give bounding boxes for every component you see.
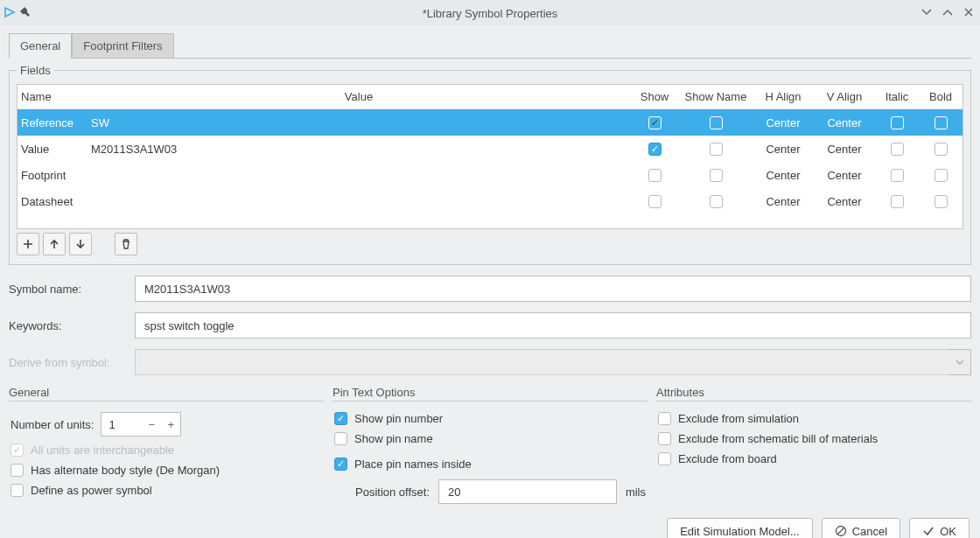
cell-name[interactable]: Datasheet: [18, 188, 88, 214]
cancel-button[interactable]: Cancel: [822, 518, 900, 538]
checkbox[interactable]: [710, 195, 723, 208]
tab-general[interactable]: General: [9, 33, 72, 59]
cell-show[interactable]: [630, 188, 679, 214]
col-name[interactable]: Name: [18, 85, 88, 109]
cell-italic[interactable]: [875, 162, 919, 188]
symbol-name-input[interactable]: [135, 276, 971, 302]
close-icon[interactable]: [962, 6, 975, 21]
checkbox[interactable]: ✓: [648, 116, 662, 129]
add-field-button[interactable]: [17, 233, 39, 255]
table-row[interactable]: Datasheet Center Center: [18, 188, 962, 214]
cell-halign[interactable]: Center: [752, 162, 814, 188]
cell-bold[interactable]: [919, 162, 962, 188]
title-bar: *Library Symbol Properties: [0, 0, 980, 26]
checkbox[interactable]: [648, 195, 662, 208]
cell-show[interactable]: ✓: [630, 109, 679, 136]
col-valign[interactable]: V Align: [814, 85, 875, 109]
checkbox[interactable]: ✓: [334, 458, 347, 471]
checkbox[interactable]: [710, 169, 723, 182]
cell-showname[interactable]: [679, 162, 752, 188]
checkbox[interactable]: [891, 143, 904, 156]
col-value[interactable]: Value: [88, 85, 630, 109]
checkbox[interactable]: [934, 143, 948, 156]
cell-halign[interactable]: Center: [752, 136, 814, 162]
cell-show[interactable]: [630, 162, 679, 188]
checkbox[interactable]: ✓: [334, 412, 347, 425]
checkbox[interactable]: [648, 169, 662, 182]
checkbox[interactable]: [658, 412, 671, 425]
table-row[interactable]: Value M2011S3A1W03 ✓ Center Center: [18, 136, 962, 162]
checkbox[interactable]: [658, 432, 671, 445]
col-halign[interactable]: H Align: [752, 85, 814, 109]
cell-value[interactable]: [88, 162, 630, 188]
checkbox[interactable]: [710, 116, 723, 129]
table-row[interactable]: Footprint Center Center: [18, 162, 962, 188]
checkbox[interactable]: [934, 169, 948, 182]
cell-value[interactable]: M2011S3A1W03: [88, 136, 630, 162]
ok-button[interactable]: OK: [909, 518, 970, 538]
plus-icon[interactable]: +: [161, 418, 180, 431]
cell-show[interactable]: ✓: [630, 136, 679, 162]
general-title: General: [9, 386, 324, 401]
move-down-button[interactable]: [69, 233, 92, 255]
exclude-bom-label: Exclude from schematic bill of materials: [678, 432, 878, 445]
checkbox[interactable]: [891, 195, 904, 208]
checkbox[interactable]: [334, 432, 347, 445]
units-value[interactable]: 1: [102, 418, 142, 431]
pintext-title: Pin Text Options: [332, 386, 648, 401]
cell-valign[interactable]: Center: [814, 188, 875, 214]
col-bold[interactable]: Bold: [919, 85, 962, 109]
checkbox[interactable]: [658, 452, 671, 465]
offset-input[interactable]: [438, 479, 617, 504]
checkbox[interactable]: [10, 484, 24, 497]
fields-legend: Fields: [17, 64, 54, 77]
tabs: General Footprint Filters: [9, 33, 971, 59]
cell-bold[interactable]: [919, 188, 962, 214]
checkbox[interactable]: [891, 116, 904, 129]
move-up-button[interactable]: [43, 233, 66, 255]
cell-bold[interactable]: [919, 109, 962, 136]
col-show[interactable]: Show: [630, 85, 679, 109]
minimize-icon[interactable]: [920, 6, 933, 21]
cancel-icon: [835, 525, 847, 537]
cell-halign[interactable]: Center: [752, 188, 814, 214]
attributes-group: Attributes Exclude from simulation Exclu…: [656, 386, 971, 506]
cell-name[interactable]: Footprint: [18, 162, 88, 188]
col-italic[interactable]: Italic: [875, 85, 919, 109]
edit-simulation-model-button[interactable]: Edit Simulation Model...: [667, 518, 813, 538]
checkbox[interactable]: [710, 143, 723, 156]
cell-bold[interactable]: [919, 136, 962, 162]
checkbox[interactable]: [934, 195, 948, 208]
checkbox[interactable]: ✓: [648, 143, 662, 156]
exclude-sim-label: Exclude from simulation: [678, 412, 799, 425]
cell-name[interactable]: Value: [18, 136, 88, 162]
cell-valign[interactable]: Center: [814, 109, 875, 136]
cell-italic[interactable]: [875, 136, 919, 162]
minus-icon[interactable]: −: [142, 418, 161, 431]
checkbox[interactable]: [934, 116, 948, 129]
cell-halign[interactable]: Center: [752, 109, 814, 136]
cell-value[interactable]: SW: [88, 109, 630, 136]
pin-icon[interactable]: [19, 6, 32, 21]
units-spinner[interactable]: 1 − +: [101, 412, 181, 437]
cell-showname[interactable]: [679, 109, 752, 136]
cell-showname[interactable]: [679, 188, 752, 214]
cell-name[interactable]: Reference: [18, 109, 88, 136]
cell-value[interactable]: [88, 188, 630, 214]
cell-italic[interactable]: [875, 109, 919, 136]
checkbox[interactable]: [891, 169, 904, 182]
grid-header: Name Value Show Show Name H Align V Alig…: [18, 85, 962, 109]
keywords-input[interactable]: [135, 312, 971, 339]
delete-field-button[interactable]: [115, 233, 137, 255]
col-showname[interactable]: Show Name: [679, 85, 752, 109]
checkbox[interactable]: [10, 464, 24, 477]
check-icon: [922, 525, 934, 537]
cell-valign[interactable]: Center: [814, 162, 875, 188]
table-row[interactable]: Reference SW ✓ Center Center: [18, 109, 962, 136]
maximize-icon[interactable]: [942, 6, 954, 21]
cell-valign[interactable]: Center: [814, 136, 875, 162]
cell-italic[interactable]: [875, 188, 919, 214]
tab-footprint-filters[interactable]: Footprint Filters: [72, 33, 173, 59]
fields-grid[interactable]: Name Value Show Show Name H Align V Alig…: [17, 84, 963, 229]
cell-showname[interactable]: [679, 136, 752, 162]
